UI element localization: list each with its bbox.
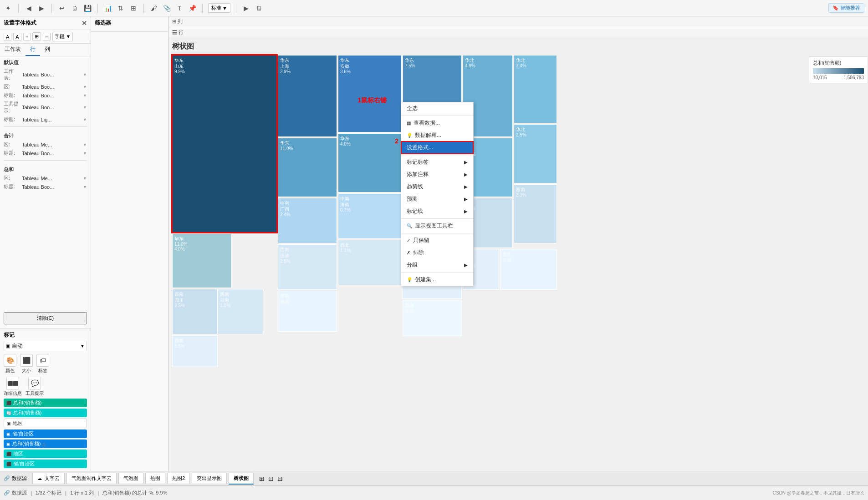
text-icon[interactable]: T bbox=[175, 4, 184, 13]
treemap-cell-huadong-anhui[interactable]: 华东 安徽 3.6% bbox=[338, 55, 402, 132]
treemap-cell-r5b[interactable]: 华南 海南 bbox=[278, 291, 337, 332]
treemap-cell-r3c[interactable]: 中南 海南 0.7% bbox=[338, 193, 402, 239]
tab-treemap[interactable]: 树状图 bbox=[229, 473, 254, 485]
cell-region-label: 华东 bbox=[174, 57, 275, 63]
badge-province[interactable]: ▣ 省/自治区 bbox=[4, 429, 87, 438]
badge-sales-delta[interactable]: ▣ 总和(销售额) △ bbox=[4, 439, 87, 448]
font-bold-button[interactable]: A bbox=[4, 33, 11, 41]
present-icon[interactable]: ▶ bbox=[242, 4, 251, 13]
menu-exclude[interactable]: ✗ 排除 bbox=[401, 247, 473, 259]
font-value-tooltip[interactable]: Tableau Boo... bbox=[22, 105, 81, 110]
marks-detail-icon[interactable]: ⬛⬛ 详细信息 bbox=[4, 377, 22, 397]
device-icon[interactable]: 🖥 bbox=[255, 4, 264, 13]
tab-heatmap[interactable]: 热图 bbox=[145, 473, 165, 484]
font-value-total-title[interactable]: Tableau Boo... bbox=[22, 151, 81, 156]
clear-button[interactable]: 清除(C) bbox=[4, 312, 87, 324]
treemap-cell-huadong-shandong[interactable]: 华东 山东 9.9% bbox=[172, 55, 277, 232]
font-value-zone[interactable]: Tableau Boo... bbox=[22, 84, 81, 90]
badge-region[interactable]: ▣ 地区 bbox=[4, 419, 87, 428]
menu-view-data[interactable]: ▦ 查看数据... bbox=[401, 117, 473, 129]
treemap-cell-huabei-2[interactable]: 华北 3.4% bbox=[514, 55, 557, 123]
treemap-container[interactable]: 华东 山东 9.9% 华东 上海 3.9% 华东 安徽 3.6% bbox=[172, 55, 864, 466]
tab-col[interactable]: 列 bbox=[40, 44, 55, 56]
forward-icon[interactable]: ▶ bbox=[37, 4, 46, 13]
field-button[interactable]: 字段 ▼ bbox=[52, 32, 73, 41]
standard-dropdown[interactable]: 标准 ▼ bbox=[208, 3, 230, 13]
tab-worksheet[interactable]: 工作表 bbox=[0, 44, 26, 56]
treemap-cell-r4a[interactable]: 西南 四川 2.5% bbox=[172, 289, 218, 334]
marks-auto-dropdown[interactable]: ▣ 自动 ▼ bbox=[4, 341, 87, 351]
menu-forecast[interactable]: 预测 ▶ bbox=[401, 193, 473, 205]
menu-format[interactable]: 设置格式... bbox=[401, 141, 473, 154]
treemap-cell-huabei-4[interactable]: 华北 2.5% bbox=[514, 124, 557, 183]
marks-label-icon[interactable]: 🏷 标签 bbox=[36, 354, 49, 374]
show-me-icon[interactable]: ⊞ bbox=[129, 4, 138, 13]
tab-bubble-wordcloud[interactable]: 气泡图制作文字云 bbox=[66, 473, 117, 484]
pin-icon[interactable]: 📌 bbox=[188, 4, 197, 13]
font-label-total-zone: 区: bbox=[4, 141, 20, 148]
menu-sep-2 bbox=[401, 155, 473, 155]
menu-data-explain[interactable]: 💡 数据解释... bbox=[401, 129, 473, 141]
treemap-cell-huadong-r2b[interactable]: 华东 4.0% bbox=[338, 133, 402, 192]
attach-icon[interactable]: 📎 bbox=[162, 4, 171, 13]
font-value-title[interactable]: Tableau Boo... bbox=[22, 93, 81, 98]
font-value-grand-title[interactable]: Tableau Boo... bbox=[22, 184, 81, 190]
font-italic-button[interactable]: ≡ bbox=[23, 33, 31, 41]
treemap-cell-r4c[interactable]: 西南 连迪 2.5% bbox=[278, 244, 337, 290]
menu-show-toolbar[interactable]: 🔍 显示视图工具栏 bbox=[401, 220, 473, 232]
font-value-header[interactable]: Tableau Lig... bbox=[22, 117, 81, 122]
tab-worcloud[interactable]: ☁ 文字云 bbox=[32, 473, 65, 484]
font-table-button[interactable]: ⊞ bbox=[32, 32, 41, 41]
treemap-cell-r3b[interactable]: 中南 广西 2.4% bbox=[278, 198, 337, 243]
duplicate-sheet-icon[interactable]: ⊡ bbox=[268, 475, 274, 482]
close-panel-button[interactable]: ✕ bbox=[82, 20, 87, 27]
menu-mark-labels[interactable]: 标记标签 ▶ bbox=[401, 156, 473, 168]
sheet-options-icon[interactable]: ⊟ bbox=[277, 475, 283, 482]
treemap-cell-r5c[interactable]: 西南 其他 bbox=[403, 300, 462, 336]
menu-create-set[interactable]: 💡 创建集... bbox=[401, 273, 473, 286]
treemap-cell-r4d[interactable]: 西北 1.1% bbox=[338, 240, 402, 285]
smart-recommend-button[interactable]: 🔖 智能推荐 bbox=[828, 3, 864, 13]
badge-sales-size[interactable]: 🔄 总和(销售额) bbox=[4, 409, 87, 417]
menu-keep-only[interactable]: ✓ 只保留 bbox=[401, 234, 473, 247]
menu-select-all[interactable]: 全选 bbox=[401, 102, 473, 115]
menu-group[interactable]: 分组 ▶ bbox=[401, 259, 473, 271]
paint-icon[interactable]: 🖌 bbox=[149, 4, 158, 13]
menu-add-annotation[interactable]: 添加注释 ▶ bbox=[401, 168, 473, 181]
back-icon[interactable]: ◀ bbox=[24, 4, 33, 13]
marks-color-icon[interactable]: 🎨 颜色 bbox=[4, 354, 16, 374]
tab-highlight-label: 突出显示图 bbox=[197, 475, 222, 481]
font-list-button[interactable]: ≡ bbox=[43, 33, 50, 41]
tab-bubble[interactable]: 气泡图 bbox=[118, 473, 143, 484]
font-value-grand-zone[interactable]: Tableau Me... bbox=[22, 176, 81, 181]
treemap-cell-r4b[interactable]: 西南 云南 1.1% bbox=[218, 289, 263, 334]
treemap-cell-huadong-shanghai[interactable]: 华东 上海 3.9% bbox=[278, 55, 337, 137]
data-source-label[interactable]: 数据源 bbox=[12, 475, 27, 482]
badge-sales-color[interactable]: ⬛ 总和(销售额) bbox=[4, 399, 87, 407]
treemap-cell-r4g[interactable]: 北北 云南 bbox=[500, 249, 557, 290]
treemap-cell-r5a[interactable]: 西南 5.5% bbox=[172, 335, 218, 367]
font-value-worksheet[interactable]: Tableau Boo... bbox=[22, 72, 81, 77]
treemap-cell-huadong-r2[interactable]: 华东 11.0% bbox=[278, 138, 337, 197]
tab-heatmap2[interactable]: 热图2 bbox=[167, 473, 190, 484]
tab-row[interactable]: 行 bbox=[26, 44, 40, 56]
add-sheet-icon[interactable]: ⊞ bbox=[259, 475, 265, 482]
undo-icon[interactable]: ↩ bbox=[57, 4, 66, 13]
treemap-cell-r3a[interactable]: 华东 11.0% 4.0% bbox=[172, 233, 231, 288]
menu-mark-line[interactable]: 标记线 ▶ bbox=[401, 205, 473, 217]
marks-size-icon[interactable]: ⬛ 大小 bbox=[20, 354, 33, 374]
row-shelf-label: ☰ 行 bbox=[172, 29, 184, 36]
marks-tooltip-icon[interactable]: 💬 工具提示 bbox=[26, 377, 44, 397]
font-row-tooltip: 工具提示: Tableau Boo... ▼ bbox=[0, 100, 91, 115]
font-value-total-zone[interactable]: Tableau Me... bbox=[22, 142, 81, 147]
badge-province2[interactable]: ⬛ 省/自治区 bbox=[4, 460, 87, 468]
tab-highlight[interactable]: 突出显示图 bbox=[192, 473, 227, 484]
bar-chart-icon[interactable]: 📊 bbox=[103, 4, 112, 13]
font-size-button[interactable]: A bbox=[13, 33, 21, 41]
save-icon[interactable]: 💾 bbox=[83, 4, 92, 13]
treemap-cell-r3f[interactable]: 西南 2.3% bbox=[514, 184, 557, 243]
menu-trend-line[interactable]: 趋势线 ▶ bbox=[401, 181, 473, 193]
badge-region2[interactable]: ⬛ 地区 bbox=[4, 449, 87, 458]
redo-icon[interactable]: 🗎 bbox=[70, 4, 79, 13]
swap-icon[interactable]: ⇅ bbox=[116, 4, 125, 13]
